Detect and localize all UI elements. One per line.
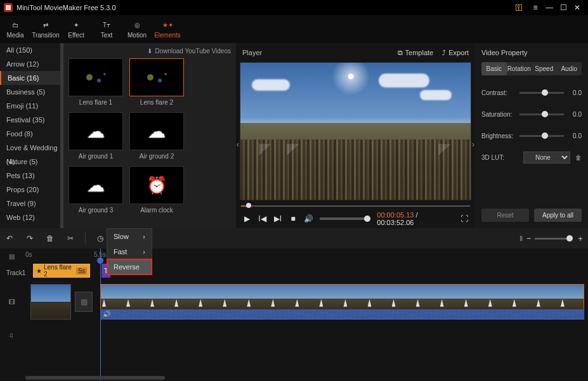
element-clip[interactable]: ★ Lens flare 2 5s bbox=[33, 264, 90, 278]
element-label: Lens flare 1 bbox=[79, 99, 112, 106]
lut-label: 3D LUT: bbox=[481, 154, 516, 161]
category-item[interactable]: Arrow (12) bbox=[0, 57, 63, 71]
lut-select[interactable]: None bbox=[523, 152, 570, 164]
audio-waveform[interactable] bbox=[100, 309, 584, 320]
player-viewport[interactable] bbox=[240, 62, 471, 200]
element-item[interactable]: ☁Air ground 3 bbox=[69, 166, 123, 214]
stop-button[interactable]: ■ bbox=[289, 214, 297, 223]
contrast-slider[interactable] bbox=[519, 92, 564, 94]
lut-delete-icon[interactable]: 🗑 bbox=[575, 154, 582, 161]
element-thumb: ⏰ bbox=[129, 166, 184, 204]
upgrade-key-icon[interactable]: ⚿ bbox=[512, 1, 526, 15]
transition-icon: ⇄ bbox=[43, 20, 48, 30]
props-tab-speed[interactable]: Speed bbox=[532, 62, 557, 75]
speed-menu-slow[interactable]: Slow› bbox=[107, 229, 152, 244]
fullscreen-button[interactable]: ⛶ bbox=[460, 214, 469, 223]
redo-button[interactable]: ↷ bbox=[24, 234, 36, 243]
tab-elements[interactable]: ★✦Elements bbox=[152, 15, 183, 43]
category-item[interactable]: Web (12) bbox=[0, 210, 63, 224]
element-item[interactable]: ☁Air ground 1 bbox=[69, 112, 123, 160]
category-item[interactable]: Pets (13) bbox=[0, 169, 63, 183]
element-label: Alarm clock bbox=[140, 207, 173, 214]
category-item[interactable]: Love & Wedding (4) bbox=[0, 141, 63, 155]
sidebar-scrollbar[interactable] bbox=[60, 43, 63, 228]
svg-point-5 bbox=[158, 79, 162, 82]
zoom-slider[interactable] bbox=[535, 238, 573, 240]
split-button[interactable]: ✂ bbox=[65, 234, 76, 243]
ruler-tick: 0s bbox=[25, 251, 32, 258]
close-button[interactable]: ✕ bbox=[570, 1, 584, 15]
category-item[interactable]: Business (5) bbox=[0, 85, 63, 99]
reset-button[interactable]: Reset bbox=[481, 209, 529, 222]
category-item[interactable]: All (150) bbox=[0, 43, 63, 57]
element-thumb: ☁ bbox=[69, 166, 123, 204]
props-tab-basic[interactable]: Basic bbox=[481, 62, 507, 75]
delete-button[interactable]: 🗑 bbox=[44, 234, 56, 243]
element-item[interactable]: Lens flare 1 bbox=[69, 58, 123, 106]
svg-point-3 bbox=[103, 73, 106, 75]
template-button[interactable]: ⧉Template bbox=[398, 49, 434, 57]
export-button[interactable]: ⤴Export bbox=[442, 49, 469, 56]
volume-icon[interactable]: 🔊 bbox=[304, 214, 313, 223]
tab-text[interactable]: TᴛText bbox=[91, 15, 122, 43]
apply-all-button[interactable]: Apply to all bbox=[534, 209, 582, 222]
minimize-button[interactable]: — bbox=[542, 1, 556, 15]
category-item[interactable]: Food (8) bbox=[0, 127, 63, 141]
maximize-button[interactable]: ☐ bbox=[556, 1, 570, 15]
seek-bar[interactable] bbox=[241, 203, 470, 209]
element-item[interactable]: ☁Air ground 2 bbox=[129, 112, 184, 160]
element-thumb: ☁ bbox=[129, 112, 184, 150]
timeline-ruler[interactable]: 0s 5.5s bbox=[100, 249, 588, 264]
element-thumb bbox=[69, 58, 123, 96]
menu-icon[interactable]: ≡ bbox=[528, 1, 542, 15]
player-title: Player bbox=[242, 49, 262, 56]
category-item[interactable]: Basic (16) bbox=[0, 71, 63, 85]
effect-icon: ✦ bbox=[74, 20, 79, 30]
zoom-out-button[interactable]: − bbox=[526, 234, 531, 243]
element-label: Air ground 3 bbox=[79, 207, 113, 214]
tab-media[interactable]: 🗀Media bbox=[0, 15, 30, 43]
element-thumb: ☁ bbox=[69, 112, 123, 150]
speed-button[interactable]: ◷ bbox=[95, 234, 106, 243]
zoom-in-button[interactable]: ＋ bbox=[577, 233, 584, 244]
next-frame-button[interactable]: ▶I bbox=[273, 214, 282, 223]
category-item[interactable]: Nature (5) bbox=[0, 155, 63, 169]
brightness-slider[interactable] bbox=[519, 135, 564, 137]
saturation-label: Saturation: bbox=[481, 111, 516, 118]
timeline-scrollbar[interactable] bbox=[25, 376, 165, 380]
element-item[interactable]: Lens flare 2 bbox=[129, 58, 184, 106]
element-clip-label: Lens flare 2 bbox=[44, 264, 74, 278]
category-item[interactable]: Festival (35) bbox=[0, 113, 63, 127]
prev-frame-button[interactable]: I◀ bbox=[258, 214, 266, 223]
export-icon: ⤴ bbox=[442, 49, 446, 56]
props-tab-rotation[interactable]: Rotation bbox=[507, 62, 532, 75]
svg-point-1 bbox=[86, 74, 93, 81]
speed-menu-fast[interactable]: Fast› bbox=[107, 244, 152, 259]
category-item[interactable]: Travel (9) bbox=[0, 197, 63, 210]
tab-effect[interactable]: ✦Effect bbox=[61, 15, 91, 43]
tab-motion[interactable]: ◎Motion bbox=[122, 15, 152, 43]
tab-transition[interactable]: ⇄Transition bbox=[30, 15, 61, 43]
undo-button[interactable]: ↶ bbox=[4, 234, 15, 243]
audio-track[interactable] bbox=[100, 337, 588, 363]
play-button[interactable]: ▶ bbox=[242, 214, 251, 223]
media-icon: 🗀 bbox=[12, 20, 18, 30]
chevron-right-icon: › bbox=[143, 248, 145, 255]
clip-speaker-icon: 🔊 bbox=[103, 311, 110, 318]
saturation-slider[interactable] bbox=[519, 113, 564, 115]
audio-toggle-icon[interactable]: ⫴ bbox=[519, 234, 523, 243]
element-label: Lens flare 2 bbox=[140, 99, 173, 106]
props-tab-audio[interactable]: Audio bbox=[557, 62, 582, 75]
video-placeholder-thumbnail[interactable]: ▦ bbox=[75, 292, 93, 312]
speed-menu-reverse[interactable]: Reverse bbox=[107, 259, 152, 274]
volume-slider[interactable] bbox=[320, 217, 370, 220]
element-item[interactable]: ⏰Alarm clock bbox=[129, 166, 184, 214]
timeline-layers-icon[interactable]: ▤ bbox=[0, 249, 100, 264]
element-label: Air ground 1 bbox=[79, 153, 113, 160]
element-clip-duration: 5s bbox=[76, 268, 87, 274]
motion-icon: ◎ bbox=[134, 20, 140, 30]
category-item[interactable]: Props (20) bbox=[0, 183, 63, 197]
video-source-thumbnail[interactable] bbox=[30, 284, 71, 320]
category-item[interactable]: Emoji (11) bbox=[0, 99, 63, 113]
download-youtube-link[interactable]: ⬇ Download YouTube Videos bbox=[69, 43, 231, 58]
